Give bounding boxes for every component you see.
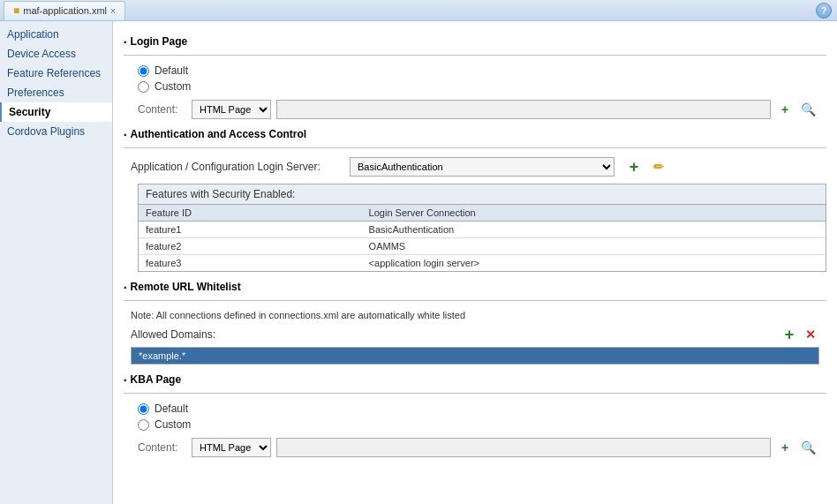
kba-page-content-row: Content: HTML Page + 🔍 bbox=[138, 438, 826, 457]
login-page-content-input[interactable] bbox=[276, 100, 771, 119]
tab-close-icon[interactable]: × bbox=[110, 6, 116, 16]
login-page-add-icon[interactable]: + bbox=[776, 101, 794, 118]
login-page-content-select[interactable]: HTML Page bbox=[192, 100, 271, 119]
login-page-default-label: Default bbox=[155, 64, 188, 77]
feature-id-cell: feature1 bbox=[139, 222, 362, 238]
features-header: Features with Security Enabled: bbox=[139, 184, 826, 205]
auth-login-server-select[interactable]: BasicAuthentication OAMMSAuthentication bbox=[350, 157, 615, 177]
login-page-search-icon[interactable]: 🔍 bbox=[799, 101, 817, 118]
kba-page-add-icon[interactable]: + bbox=[776, 439, 794, 456]
domains-delete-icon[interactable]: ✕ bbox=[802, 326, 819, 343]
main-layout: Application Device Access Feature Refere… bbox=[0, 21, 837, 504]
sidebar-item-security[interactable]: Security bbox=[0, 102, 112, 122]
sidebar-item-preferences[interactable]: Preferences bbox=[0, 83, 112, 102]
login-page-divider bbox=[124, 55, 826, 56]
list-item[interactable]: *example.* bbox=[132, 348, 818, 364]
auth-collapse-icon[interactable]: ▪ bbox=[124, 130, 127, 139]
kba-page-header: ▪ KBA Page bbox=[124, 373, 826, 386]
tab-label: maf-application.xml bbox=[23, 5, 107, 16]
features-table: Feature ID Login Server Connection featu… bbox=[139, 205, 826, 271]
kba-page-custom-radio[interactable] bbox=[138, 419, 149, 431]
remote-url-divider bbox=[124, 300, 826, 301]
auth-section-title: Authentication and Access Control bbox=[131, 128, 307, 140]
auth-login-server-label: Application / Configuration Login Server… bbox=[131, 161, 343, 173]
login-page-radio-group: Default Custom bbox=[138, 64, 826, 93]
feature-id-cell: feature2 bbox=[139, 238, 362, 255]
main-tab[interactable]: ■ maf-application.xml × bbox=[4, 1, 125, 20]
table-row[interactable]: feature2 OAMMS bbox=[139, 238, 826, 255]
kba-page-default-radio[interactable] bbox=[138, 403, 149, 415]
kba-page-radio-group: Default Custom bbox=[138, 402, 826, 431]
feature-id-col-header: Feature ID bbox=[139, 205, 362, 222]
tab-icon: ■ bbox=[13, 4, 19, 17]
sidebar-item-device-access[interactable]: Device Access bbox=[0, 44, 112, 64]
login-page-collapse-icon[interactable]: ▪ bbox=[124, 37, 127, 47]
login-server-col-header: Login Server Connection bbox=[362, 205, 826, 222]
login-page-custom-label: Custom bbox=[155, 80, 191, 93]
remote-url-note: Note: All connections defined in connect… bbox=[131, 310, 826, 320]
help-button[interactable]: ? bbox=[816, 3, 832, 19]
login-page-custom-radio[interactable] bbox=[138, 81, 149, 93]
features-table-header-row: Feature ID Login Server Connection bbox=[139, 205, 826, 222]
feature-connection-cell: BasicAuthentication bbox=[362, 222, 826, 238]
content-area: ▪ Login Page Default Custom Content: HTM… bbox=[113, 21, 837, 504]
kba-page-content-label: Content: bbox=[138, 441, 186, 454]
allowed-domains-label: Allowed Domains: bbox=[131, 328, 228, 341]
kba-page-default-label: Default bbox=[155, 402, 188, 415]
kba-page-divider bbox=[124, 393, 826, 394]
sidebar-item-feature-references[interactable]: Feature References bbox=[0, 64, 112, 83]
table-row[interactable]: feature1 BasicAuthentication bbox=[139, 222, 826, 238]
feature-connection-cell: OAMMS bbox=[362, 238, 826, 255]
login-page-content-row: Content: HTML Page + 🔍 bbox=[138, 100, 826, 119]
auth-divider bbox=[124, 147, 826, 148]
login-page-default-radio-row: Default bbox=[138, 64, 826, 77]
auth-section-header: ▪ Authentication and Access Control bbox=[124, 128, 826, 140]
login-page-content-label: Content: bbox=[138, 103, 186, 116]
feature-id-cell: feature3 bbox=[139, 255, 362, 272]
kba-page-custom-label: Custom bbox=[155, 418, 191, 431]
sidebar-item-cordova-plugins[interactable]: Cordova Plugins bbox=[0, 122, 112, 141]
kba-page-custom-radio-row: Custom bbox=[138, 418, 826, 431]
auth-edit-icon[interactable]: ✏ bbox=[650, 158, 667, 176]
features-box: Features with Security Enabled: Feature … bbox=[138, 184, 826, 272]
domain-list: *example.* bbox=[131, 347, 819, 365]
login-page-custom-radio-row: Custom bbox=[138, 80, 826, 93]
kba-page-content-input[interactable] bbox=[276, 438, 771, 457]
feature-connection-cell: <application login server> bbox=[362, 255, 826, 272]
domains-add-icon[interactable]: + bbox=[780, 326, 798, 343]
allowed-domains-row: Allowed Domains: + ✕ bbox=[131, 326, 826, 343]
auth-add-icon[interactable]: + bbox=[625, 158, 643, 176]
kba-page-search-icon[interactable]: 🔍 bbox=[799, 439, 817, 456]
tab-bar: ■ maf-application.xml × ? bbox=[0, 0, 837, 21]
login-page-title: Login Page bbox=[131, 35, 188, 48]
kba-page-content-select[interactable]: HTML Page bbox=[192, 438, 271, 457]
sidebar: Application Device Access Feature Refere… bbox=[0, 21, 113, 504]
login-page-header: ▪ Login Page bbox=[124, 35, 826, 48]
auth-login-server-row: Application / Configuration Login Server… bbox=[131, 157, 826, 177]
kba-page-title: KBA Page bbox=[131, 373, 182, 386]
auth-section: Application / Configuration Login Server… bbox=[131, 157, 826, 272]
login-page-default-radio[interactable] bbox=[138, 65, 149, 77]
kba-page-collapse-icon[interactable]: ▪ bbox=[124, 375, 127, 385]
kba-page-default-radio-row: Default bbox=[138, 402, 826, 415]
remote-url-header: ▪ Remote URL Whitelist bbox=[124, 281, 826, 293]
remote-url-collapse-icon[interactable]: ▪ bbox=[124, 282, 127, 292]
sidebar-item-application[interactable]: Application bbox=[0, 25, 112, 44]
table-row[interactable]: feature3 <application login server> bbox=[139, 255, 826, 272]
remote-url-title: Remote URL Whitelist bbox=[131, 281, 241, 293]
